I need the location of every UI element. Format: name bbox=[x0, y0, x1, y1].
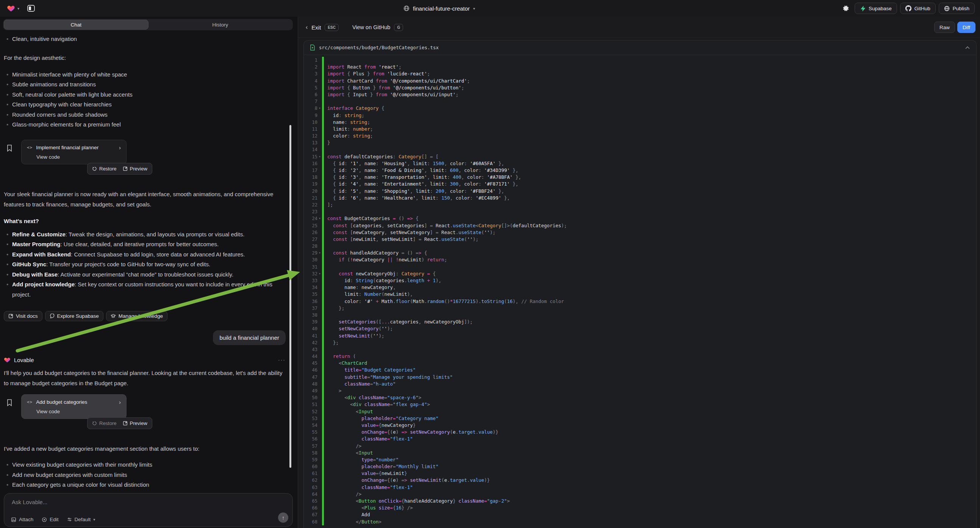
code-line: 7 bbox=[304, 98, 976, 105]
bullet-dot: • bbox=[6, 110, 8, 120]
bullet-dot: • bbox=[6, 120, 8, 130]
chat-scrollbar-thumb[interactable] bbox=[290, 125, 291, 468]
list-item: • Master Prompting: Use clear, detailed,… bbox=[4, 239, 286, 250]
bullet-dot: • bbox=[6, 270, 8, 280]
mode-selector[interactable]: Default ▾ bbox=[67, 517, 95, 522]
settings-button[interactable] bbox=[840, 5, 851, 12]
publish-globe-icon bbox=[944, 6, 950, 11]
list-item: • Clean typography with clear hierarchie… bbox=[4, 100, 286, 110]
bullet-dot: • bbox=[6, 280, 8, 290]
version-card-implement-financial-planner[interactable]: <> Implement financial planner › View co… bbox=[21, 140, 127, 164]
whats-next-heading: What's next? bbox=[4, 218, 286, 224]
code-line: 38 bbox=[304, 312, 976, 318]
supabase-label: Supabase bbox=[869, 6, 892, 11]
chat-input[interactable] bbox=[12, 499, 277, 505]
publish-label: Publish bbox=[953, 6, 969, 11]
code-line: 49 > bbox=[304, 388, 976, 394]
chat-scroll-area: • Clean, intuitive navigation For the de… bbox=[0, 32, 298, 493]
code-line: 56 className="flex-1" bbox=[304, 436, 976, 442]
list-item: • Expand with Backend: Connect Supabase … bbox=[4, 250, 286, 260]
code-line: 67 Add bbox=[304, 511, 976, 518]
added-features-list: • View existing budget categories with t… bbox=[4, 460, 286, 490]
tab-history[interactable]: History bbox=[148, 20, 293, 30]
code-line: 3import { Plus } from 'lucide-react'; bbox=[304, 70, 976, 77]
version-card-add-budget-categories[interactable]: <> Add budget categories › View code Res… bbox=[21, 394, 127, 419]
bullet-dot: • bbox=[6, 460, 8, 470]
code-line: 10 name: string; bbox=[304, 119, 976, 126]
message-overflow-menu[interactable]: ··· bbox=[278, 357, 286, 363]
code-line: 53 placeholder="Category name" bbox=[304, 415, 976, 422]
explore-supabase-button[interactable]: Explore Supabase bbox=[45, 311, 103, 321]
supabase-button[interactable]: Supabase bbox=[854, 3, 897, 14]
bullet-dot: • bbox=[6, 90, 8, 100]
code-line: 35 limit: Number(newLimit), bbox=[304, 291, 976, 298]
file-header[interactable]: src/components/budget/BudgetCategories.t… bbox=[304, 41, 976, 55]
file-added-icon bbox=[310, 44, 315, 51]
chevron-down-icon: ▾ bbox=[18, 6, 19, 11]
bullet-dot: • bbox=[6, 480, 8, 490]
supabase-icon bbox=[860, 6, 865, 11]
exit-button[interactable]: Exit bbox=[312, 24, 321, 31]
project-switcher[interactable]: financial-future-creator ▾ bbox=[403, 0, 475, 17]
bullet-dot: • bbox=[6, 239, 8, 250]
restore-button[interactable]: Restore bbox=[92, 420, 117, 426]
code-panel: ‹ Exit ESC View on GitHub G Raw Diff src… bbox=[298, 17, 980, 528]
edit-mode-button[interactable]: Edit bbox=[42, 517, 58, 522]
list-item: • Rounded corners and subtle shadows bbox=[4, 110, 286, 120]
attach-button[interactable]: Attach bbox=[11, 517, 33, 522]
code-line: 57 /> bbox=[304, 443, 976, 450]
send-button[interactable]: ↑ bbox=[278, 512, 288, 523]
code-line: 50 <div className="space-y-6"> bbox=[304, 394, 976, 401]
code-line: 54 value={newCategory} bbox=[304, 422, 976, 429]
restore-button[interactable]: Restore bbox=[92, 166, 117, 172]
code-line: 9 id: string; bbox=[304, 112, 976, 119]
bookmark-icon[interactable] bbox=[6, 399, 13, 406]
manage-knowledge-button[interactable]: Manage knowledge bbox=[106, 311, 167, 321]
list-item: • Minimalist interface with plenty of wh… bbox=[4, 70, 286, 80]
code-line: 43 bbox=[304, 346, 976, 353]
github-button[interactable]: GitHub bbox=[900, 3, 935, 14]
bullet-text: Soft, neutral color palette with light b… bbox=[12, 91, 133, 98]
bullet-text: Subtle animations and transitions bbox=[12, 81, 96, 87]
code-line: 68 </Button> bbox=[304, 518, 976, 525]
workspace-menu[interactable]: ▾ bbox=[7, 0, 37, 17]
code-line: 39 setCategories([...categories, newCate… bbox=[304, 318, 976, 325]
code-line: 8▾interface Category { bbox=[304, 105, 976, 112]
bullet-lead: Add project knowledge bbox=[12, 281, 75, 288]
view-code-link[interactable]: View code bbox=[27, 409, 121, 414]
code-line: 64 /> bbox=[304, 491, 976, 498]
view-on-github-link[interactable]: View on GitHub bbox=[352, 24, 390, 30]
code-line: 63 className="flex-1" bbox=[304, 484, 976, 491]
restore-preview-pill: Restore Preview bbox=[87, 417, 152, 429]
code-line: 51 <div className="flex gap-4"> bbox=[304, 401, 976, 408]
bullet-text: Each category gets a unique color for vi… bbox=[12, 482, 149, 488]
publish-button[interactable]: Publish bbox=[939, 3, 975, 14]
bullet-text: Clean typography with clear hierarchies bbox=[12, 101, 112, 108]
list-item: • Refine & Customize: Tweak the design, … bbox=[4, 229, 286, 240]
code-line: 66 <Plus size={16} /> bbox=[304, 504, 976, 511]
code-line: 27 const [newLimit, setNewLimit] = React… bbox=[304, 236, 976, 243]
composer-toolbar: Attach Edit Default bbox=[11, 517, 95, 522]
view-code-link[interactable]: View code bbox=[27, 154, 121, 160]
code-line: 37 }; bbox=[304, 305, 976, 312]
back-chevron-icon[interactable]: ‹ bbox=[306, 24, 308, 31]
tab-chat[interactable]: Chat bbox=[4, 20, 148, 30]
code-line: 26 const [newCategory, setNewCategory] =… bbox=[304, 229, 976, 236]
code-editor: 12import React from 'react';3import { Pl… bbox=[304, 55, 976, 525]
chat-bubble-icon bbox=[49, 313, 54, 318]
bookmark-icon[interactable] bbox=[6, 144, 13, 152]
collapse-chevron-icon[interactable] bbox=[965, 46, 970, 49]
code-line: 16 { id: '1', name: 'Housing', limit: 15… bbox=[304, 160, 976, 167]
code-line: 62 onChange={(e) => setNewLimit(e.target… bbox=[304, 477, 976, 484]
bullet-dot: • bbox=[6, 259, 8, 270]
raw-toggle-button[interactable]: Raw bbox=[934, 22, 955, 33]
lovable-logo-icon[interactable] bbox=[7, 4, 15, 13]
preview-button[interactable]: Preview bbox=[123, 420, 147, 426]
toggle-sidebar-button[interactable] bbox=[25, 3, 37, 14]
diff-toggle-button[interactable]: Diff bbox=[957, 22, 975, 33]
visit-docs-button[interactable]: Visit docs bbox=[4, 311, 43, 321]
bullet-text: Clean, intuitive navigation bbox=[12, 36, 77, 42]
code-line: 1 bbox=[304, 57, 976, 64]
preview-button[interactable]: Preview bbox=[123, 166, 147, 172]
bullet-dot: • bbox=[6, 470, 8, 480]
